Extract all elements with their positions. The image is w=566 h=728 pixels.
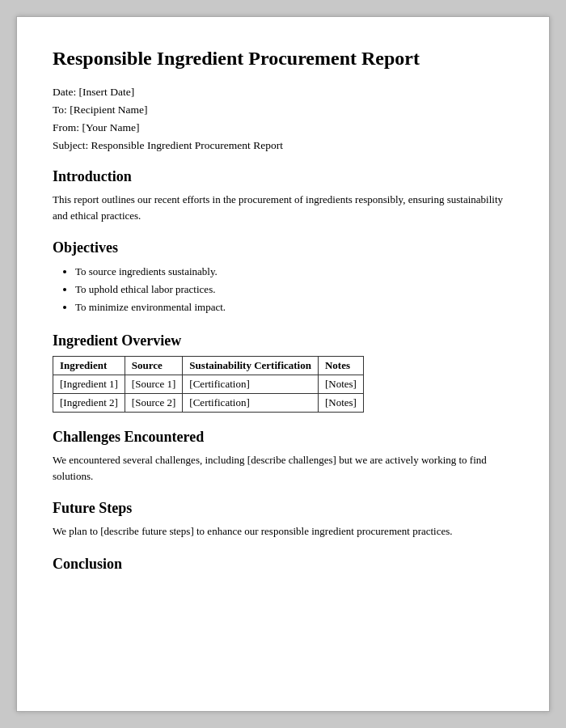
conclusion-heading: Conclusion	[53, 556, 513, 573]
objectives-heading: Objectives	[53, 239, 513, 256]
table-row: [Ingredient 1] [Source 1] [Certification…	[53, 375, 364, 394]
col-notes: Notes	[318, 357, 363, 375]
ingredient-overview-heading: Ingredient Overview	[53, 332, 513, 349]
objective-item-3: To minimize environmental impact.	[75, 298, 513, 316]
from-line: From: [Your Name]	[53, 121, 513, 134]
source-2: [Source 2]	[125, 394, 183, 413]
col-certification: Sustainability Certification	[183, 357, 319, 375]
report-page: Responsible Ingredient Procurement Repor…	[16, 16, 550, 712]
objective-item-1: To source ingredients sustainably.	[75, 263, 513, 281]
to-line: To: [Recipient Name]	[53, 104, 513, 116]
future-steps-heading: Future Steps	[53, 500, 513, 517]
ingredient-table: Ingredient Source Sustainability Certifi…	[53, 356, 364, 413]
table-header-row: Ingredient Source Sustainability Certifi…	[53, 357, 364, 375]
notes-2: [Notes]	[318, 394, 363, 413]
certification-1: [Certification]	[183, 375, 319, 394]
objectives-list: To source ingredients sustainably. To up…	[75, 263, 513, 316]
objective-item-2: To uphold ethical labor practices.	[75, 281, 513, 298]
ingredient-1: [Ingredient 1]	[53, 375, 125, 394]
notes-1: [Notes]	[318, 375, 363, 394]
subject-line: Subject: Responsible Ingredient Procurem…	[53, 139, 513, 152]
ingredient-2: [Ingredient 2]	[53, 394, 125, 413]
col-ingredient: Ingredient	[53, 357, 125, 375]
source-1: [Source 1]	[125, 375, 183, 394]
table-row: [Ingredient 2] [Source 2] [Certification…	[53, 394, 364, 413]
challenges-heading: Challenges Encountered	[53, 429, 513, 446]
certification-2: [Certification]	[183, 394, 319, 413]
report-title: Responsible Ingredient Procurement Repor…	[53, 46, 513, 71]
introduction-body: This report outlines our recent efforts …	[53, 192, 513, 223]
future-steps-body: We plan to [describe future steps] to en…	[53, 523, 513, 540]
introduction-heading: Introduction	[53, 168, 513, 185]
date-line: Date: [Insert Date]	[53, 86, 513, 99]
col-source: Source	[125, 357, 183, 375]
challenges-body: We encountered several challenges, inclu…	[53, 452, 513, 484]
